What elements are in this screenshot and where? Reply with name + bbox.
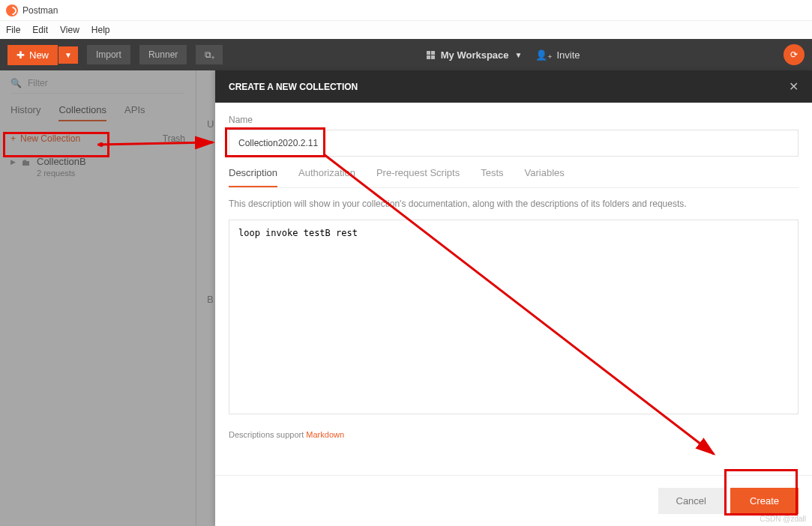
modal-footer: Cancel Create bbox=[215, 475, 812, 526]
workspace-label: My Workspace bbox=[441, 49, 509, 61]
new-label: New bbox=[29, 49, 49, 61]
modal-body: Name Description Authorization Pre-reque… bbox=[215, 103, 812, 475]
sync-icon: ⟳ bbox=[790, 49, 798, 60]
description-textarea[interactable] bbox=[229, 220, 799, 414]
tab-description[interactable]: Description bbox=[229, 167, 277, 187]
user-plus-icon: 👤₊ bbox=[535, 49, 553, 61]
tab-prerequest[interactable]: Pre-request Scripts bbox=[376, 167, 460, 187]
import-button[interactable]: Import bbox=[87, 45, 130, 64]
runner-button[interactable]: Runner bbox=[139, 45, 187, 64]
markdown-note: Descriptions support Markdown bbox=[229, 430, 799, 439]
name-label: Name bbox=[229, 115, 799, 125]
menu-file[interactable]: File bbox=[6, 25, 20, 35]
watermark: CSDN @zdall bbox=[760, 515, 806, 523]
modal-tabs: Description Authorization Pre-request Sc… bbox=[229, 167, 799, 188]
modal-title: CREATE A NEW COLLECTION bbox=[229, 82, 358, 92]
invite-button[interactable]: 👤₊ Invite bbox=[535, 49, 580, 61]
sync-button[interactable]: ⟳ bbox=[784, 44, 805, 65]
new-button-group: ✚ New ▼ bbox=[7, 45, 78, 65]
close-icon: ✕ bbox=[789, 80, 799, 93]
new-window-button[interactable]: ⧉₊ bbox=[196, 45, 223, 64]
chevron-down-icon: ▼ bbox=[515, 51, 523, 59]
invite-label: Invite bbox=[556, 49, 580, 61]
close-button[interactable]: ✕ bbox=[789, 79, 799, 94]
create-button[interactable]: Create bbox=[730, 488, 799, 514]
workspace-selector[interactable]: My Workspace ▼ bbox=[427, 49, 523, 61]
window-icon: ⧉₊ bbox=[205, 49, 214, 60]
app-icon bbox=[6, 4, 18, 16]
tab-tests[interactable]: Tests bbox=[481, 167, 503, 187]
tab-variables[interactable]: Variables bbox=[525, 167, 565, 187]
markdown-link[interactable]: Markdown bbox=[306, 430, 344, 439]
toolbar: ✚ New ▼ Import Runner ⧉₊ My Workspace ▼ … bbox=[0, 39, 812, 70]
create-collection-modal: CREATE A NEW COLLECTION ✕ Name Descripti… bbox=[215, 70, 812, 526]
menu-edit[interactable]: Edit bbox=[32, 25, 48, 35]
cancel-button[interactable]: Cancel bbox=[658, 488, 724, 514]
title-bar: Postman bbox=[0, 0, 812, 21]
grid-icon bbox=[427, 51, 435, 59]
menu-bar: File Edit View Help bbox=[0, 21, 812, 39]
tab-authorization[interactable]: Authorization bbox=[298, 167, 355, 187]
new-button[interactable]: ✚ New bbox=[7, 45, 58, 65]
menu-help[interactable]: Help bbox=[91, 25, 110, 35]
plus-icon: ✚ bbox=[16, 49, 25, 61]
description-helper: This description will show in your colle… bbox=[229, 199, 799, 209]
app-title: Postman bbox=[22, 5, 58, 16]
modal-header: CREATE A NEW COLLECTION ✕ bbox=[215, 70, 812, 103]
menu-view[interactable]: View bbox=[60, 25, 79, 35]
collection-name-input[interactable] bbox=[229, 130, 799, 157]
new-dropdown[interactable]: ▼ bbox=[58, 46, 78, 64]
